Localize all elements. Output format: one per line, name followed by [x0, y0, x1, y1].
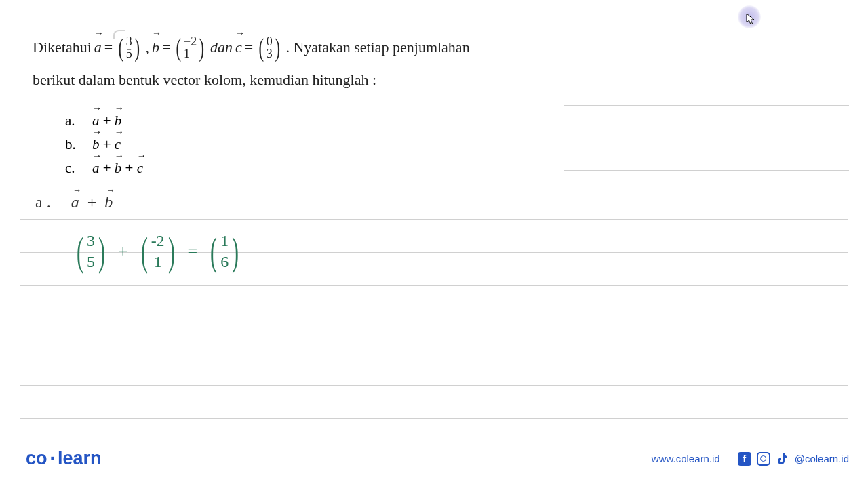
hw-vec-2: ( -2 1 ): [138, 230, 178, 272]
footer-url: www.colearn.id: [652, 453, 720, 464]
vector-b-value: ( −2 1 ): [174, 34, 205, 61]
comma: ,: [146, 34, 150, 61]
hw-vec-result: ( 1 6 ): [207, 230, 242, 272]
vector-a-value: ( 3 5 ): [117, 34, 141, 61]
text-diketahui: Diketahui: [33, 34, 92, 61]
text-nyatakan: . Nyatakan setiap penjumlahan: [285, 34, 469, 61]
hw-equals: =: [188, 241, 198, 262]
vector-c-symbol: c: [235, 34, 242, 61]
instagram-icon: [757, 452, 770, 466]
hw-vec-1: ( 3 5 ): [73, 230, 108, 272]
tiktok-icon: [776, 452, 789, 466]
facebook-icon: f: [738, 452, 751, 466]
equals: =: [245, 34, 253, 61]
hw-header: a . a + b: [35, 193, 242, 211]
colearn-logo: co·learn: [26, 448, 102, 469]
vector-b-symbol: b: [152, 34, 159, 61]
equals: =: [162, 34, 170, 61]
social-group: f @colearn.id: [738, 452, 849, 466]
hw-plus: +: [118, 241, 128, 262]
social-handle: @colearn.id: [795, 453, 849, 464]
equals: =: [104, 34, 113, 61]
vector-a-symbol: a: [94, 34, 102, 61]
hw-equation: ( 3 5 ) + ( -2 1 ) = ( 1 6 ): [73, 230, 242, 272]
ruled-lines-right: [564, 41, 849, 171]
cursor-highlight: [738, 5, 761, 28]
handwritten-work: a . a + b ( 3 5 ) + ( -2 1 ) = (: [35, 193, 242, 272]
footer: co·learn www.colearn.id f @colearn.id: [26, 448, 849, 469]
vector-c-value: ( 0 3 ): [257, 34, 281, 61]
text-dan: dan: [210, 34, 233, 61]
